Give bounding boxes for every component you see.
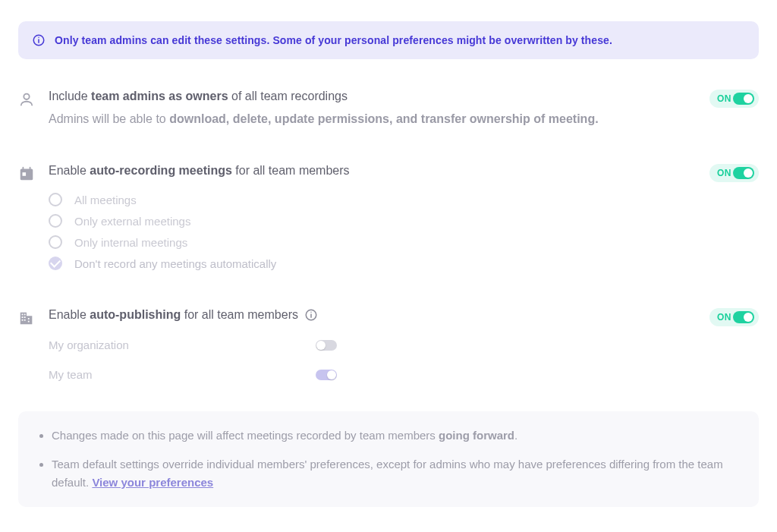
svg-rect-10	[22, 314, 24, 316]
svg-point-3	[24, 94, 29, 99]
svg-rect-12	[22, 316, 24, 318]
footer-notes: Changes made on this page will affect me…	[18, 411, 759, 507]
toggle-include-admins[interactable]: ON	[709, 90, 759, 108]
setting-title: Enable auto-recording meetings for all t…	[49, 164, 350, 178]
sub-toggle-my-team: My team	[49, 368, 337, 381]
footer-bullet-2: Team default settings override individua…	[52, 455, 738, 492]
person-icon	[18, 91, 35, 108]
radio-unchecked-icon	[49, 214, 62, 228]
setting-include-admins: Include team admins as owners of all tea…	[18, 90, 759, 126]
auto-recording-options: All meetings Only external meetings Only…	[49, 193, 696, 270]
sub-toggle-label: My team	[49, 368, 93, 381]
toggle-label: ON	[717, 312, 731, 323]
radio-external-meetings[interactable]: Only external meetings	[49, 214, 696, 228]
switch-on-icon	[733, 93, 754, 105]
toggle-my-organization[interactable]	[316, 340, 337, 351]
radio-unchecked-icon	[49, 235, 62, 249]
setting-description: Admins will be able to download, delete,…	[49, 112, 696, 126]
radio-all-meetings[interactable]: All meetings	[49, 193, 696, 206]
setting-title: Enable auto-publishing for all team memb…	[49, 308, 298, 322]
toggle-label: ON	[717, 168, 731, 178]
view-preferences-link[interactable]: View your preferences	[92, 476, 213, 489]
building-icon	[18, 310, 35, 326]
notice-text: Only team admins can edit these settings…	[55, 34, 612, 46]
svg-rect-9	[27, 316, 32, 324]
switch-on-icon	[733, 167, 754, 179]
svg-rect-15	[24, 320, 26, 321]
info-icon	[32, 33, 46, 47]
svg-point-20	[310, 312, 312, 313]
toggle-auto-recording[interactable]: ON	[709, 164, 759, 182]
radio-dont-record[interactable]: Don't record any meetings automatically	[49, 257, 696, 270]
svg-rect-14	[22, 320, 24, 321]
svg-rect-11	[24, 314, 26, 316]
setting-auto-recording: Enable auto-recording meetings for all t…	[18, 164, 759, 270]
svg-rect-4	[20, 169, 33, 181]
info-icon[interactable]	[304, 308, 318, 322]
svg-rect-13	[24, 316, 26, 318]
svg-rect-6	[30, 167, 31, 171]
sub-toggle-label: My organization	[49, 338, 129, 351]
radio-checked-icon	[49, 257, 62, 270]
radio-internal-meetings[interactable]: Only internal meetings	[49, 235, 696, 249]
svg-rect-8	[20, 313, 27, 325]
toggle-label: ON	[717, 93, 731, 104]
svg-rect-5	[23, 167, 24, 171]
toggle-my-team[interactable]	[316, 370, 337, 380]
admin-notice-banner: Only team admins can edit these settings…	[18, 21, 759, 59]
svg-point-2	[38, 37, 39, 39]
footer-bullet-1: Changes made on this page will affect me…	[52, 427, 738, 445]
svg-rect-17	[28, 321, 30, 323]
toggle-auto-publishing[interactable]: ON	[709, 308, 759, 326]
svg-rect-16	[28, 318, 30, 320]
sub-toggle-my-organization: My organization	[49, 338, 337, 351]
calendar-icon	[18, 165, 35, 182]
svg-rect-7	[23, 172, 27, 176]
setting-auto-publishing: Enable auto-publishing for all team memb…	[18, 308, 759, 381]
setting-title: Include team admins as owners of all tea…	[49, 90, 348, 103]
radio-unchecked-icon	[49, 193, 62, 206]
switch-on-icon	[733, 311, 754, 323]
